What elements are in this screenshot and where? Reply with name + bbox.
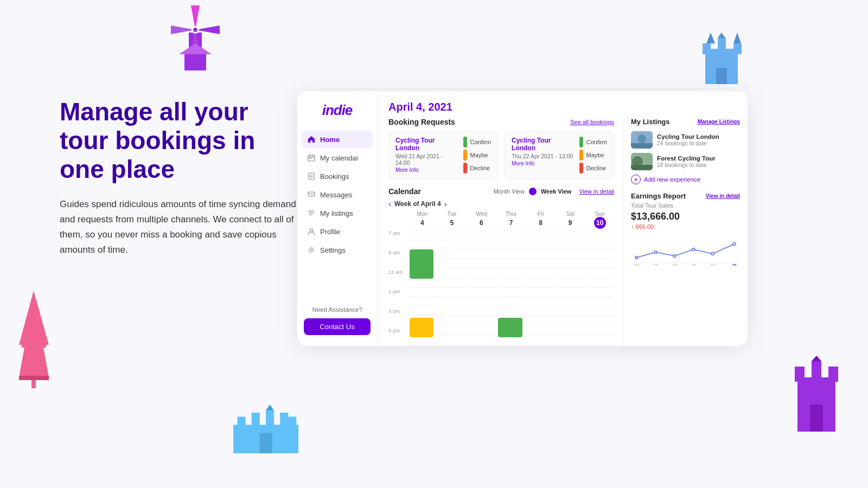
svg-rect-20: [19, 376, 49, 380]
svg-point-61: [673, 255, 676, 258]
maybe-action-1[interactable]: Maybe: [463, 150, 491, 160]
sidebar-item-my-listings[interactable]: My listings: [302, 204, 373, 222]
profile-icon: [307, 227, 316, 236]
sidebar-item-home[interactable]: Home: [302, 131, 373, 148]
svg-marker-1: [191, 5, 200, 30]
maybe-label: Maybe: [470, 152, 488, 158]
booking-tour-2: Cycling Tour London: [512, 137, 574, 152]
earnings-label: Total Tour Sales: [631, 202, 740, 209]
svg-marker-13: [706, 33, 715, 43]
confirm-label-2: Confirm: [586, 139, 607, 145]
listings-icon: [307, 209, 316, 217]
time-7am: 7 am: [388, 226, 408, 236]
listing-thumb-1: [631, 131, 653, 149]
svg-rect-10: [703, 43, 711, 54]
booking-requests-section: Booking Requests See all bookings Cyclin…: [388, 118, 614, 179]
time-9am: 9 am: [388, 246, 408, 255]
day-header-mon: Mon 4: [408, 211, 437, 229]
svg-point-50: [310, 229, 313, 232]
day-col-mon: Mon 4: [408, 211, 437, 346]
svg-point-60: [654, 251, 657, 254]
day-col-sun: Sun 10: [585, 211, 614, 346]
maybe-dot: [463, 150, 467, 160]
sidebar: indie Home My calendar Booki: [297, 91, 378, 346]
sidebar-bottom: Need Assistance? Contact Us: [297, 299, 377, 335]
sidebar-nav: Home My calendar Bookings: [297, 131, 377, 299]
hero-title: Manage all your tour bookings in one pla…: [60, 98, 298, 184]
svg-rect-22: [233, 425, 298, 454]
svg-rect-21: [31, 380, 36, 388]
add-experience-button[interactable]: + Add new experience: [631, 175, 740, 184]
decline-action-1[interactable]: Decline: [463, 163, 491, 174]
calendar-header: Calendar Month View Week View View in de…: [388, 187, 614, 196]
week-view-label[interactable]: Week View: [541, 188, 571, 195]
time-10am: [388, 255, 408, 265]
nav-label-profile: Profile: [320, 228, 340, 236]
decline-action-2[interactable]: Decline: [579, 163, 607, 174]
svg-marker-28: [266, 404, 274, 410]
svg-point-5: [192, 26, 199, 34]
calendar-icon: [307, 153, 316, 162]
nav-label-home: Home: [320, 136, 340, 144]
earnings-view-detail-link[interactable]: View in detail: [706, 193, 740, 199]
calendar-prev-btn[interactable]: ‹: [388, 200, 391, 208]
contact-us-button[interactable]: Contact Us: [304, 318, 371, 335]
sidebar-item-messages[interactable]: Messages: [302, 186, 373, 203]
hero-section: Manage all your tour bookings in one pla…: [60, 98, 298, 258]
bookings-icon: [307, 172, 316, 181]
booking-requests-title: Booking Requests: [388, 118, 455, 126]
week-view-dot: [529, 188, 537, 195]
month-view-label[interactable]: Month View: [494, 188, 525, 195]
day-col-wed: Wed 6: [467, 211, 496, 346]
booking-card-2: Cycling Tour London Thu 22 Apr 2021 - 13…: [505, 131, 614, 179]
svg-rect-18: [22, 342, 46, 348]
add-plus-icon: +: [631, 175, 641, 184]
svg-text:23: 23: [654, 264, 658, 266]
listing-info-1: Cycling Tour London 24 bookings to date: [657, 133, 719, 146]
calendar-event-green-mon[interactable]: [410, 249, 434, 279]
sidebar-item-bookings[interactable]: Bookings: [302, 168, 373, 185]
svg-rect-41: [311, 158, 312, 159]
my-listings-section: My Listings Manage Listings Cycling Tour…: [631, 118, 740, 184]
time-1pm: 1 pm: [388, 285, 408, 294]
sidebar-item-calendar[interactable]: My calendar: [302, 149, 373, 166]
see-all-bookings-link[interactable]: See all bookings: [570, 119, 614, 125]
svg-text:23: 23: [673, 264, 677, 266]
earnings-chart: 23 23 23 23 23 23: [631, 233, 740, 266]
booking-card-1: Cycling Tour London Wed 21 Apr 2021 - 14…: [388, 131, 498, 179]
dashboard-body: Booking Requests See all bookings Cyclin…: [378, 118, 748, 346]
svg-marker-3: [191, 30, 200, 54]
svg-rect-46: [308, 192, 315, 196]
svg-marker-14: [718, 33, 725, 38]
maybe-action-2[interactable]: Maybe: [579, 150, 607, 160]
time-6pm: [388, 333, 408, 343]
calendar-next-btn[interactable]: ›: [444, 200, 447, 208]
calendar-event-green-thur[interactable]: [498, 318, 522, 337]
confirm-dot-2: [579, 137, 583, 147]
day-col-tue: Tue 5: [438, 211, 467, 346]
calendar-title: Calendar: [388, 187, 421, 196]
sidebar-item-profile[interactable]: Profile: [302, 223, 373, 240]
manage-listings-link[interactable]: Manage Listings: [698, 119, 740, 125]
sidebar-item-settings[interactable]: Settings: [302, 241, 373, 259]
listing-name-1: Cycling Tour London: [657, 133, 719, 140]
svg-text:23: 23: [635, 264, 639, 266]
booking-tour-1: Cycling Tour London: [395, 137, 458, 152]
svg-rect-24: [252, 413, 260, 427]
svg-rect-30: [797, 377, 835, 432]
listing-name-2: Forest Cycling Tour: [657, 155, 716, 162]
calendar-event-yellow-mon[interactable]: [410, 318, 434, 337]
booking-more-1[interactable]: More Info: [395, 167, 458, 173]
listing-info-2: Forest Cycling Tour 18 bookings to date: [657, 155, 716, 168]
nav-label-settings: Settings: [320, 246, 346, 254]
earnings-title: Earnings Report: [631, 192, 686, 200]
calendar-view-detail-link[interactable]: View in detail: [579, 188, 614, 195]
confirm-action-1[interactable]: Confirm: [463, 137, 491, 147]
dashboard-main: April 4, 2021 Booking Requests See all b…: [378, 91, 748, 346]
decline-label-2: Decline: [586, 165, 606, 171]
booking-more-2[interactable]: More Info: [512, 160, 574, 166]
add-experience-label: Add new experience: [644, 176, 700, 183]
confirm-action-2[interactable]: Confirm: [579, 137, 607, 147]
maybe-dot-2: [579, 150, 583, 160]
days-grid: Mon 4: [408, 211, 614, 346]
